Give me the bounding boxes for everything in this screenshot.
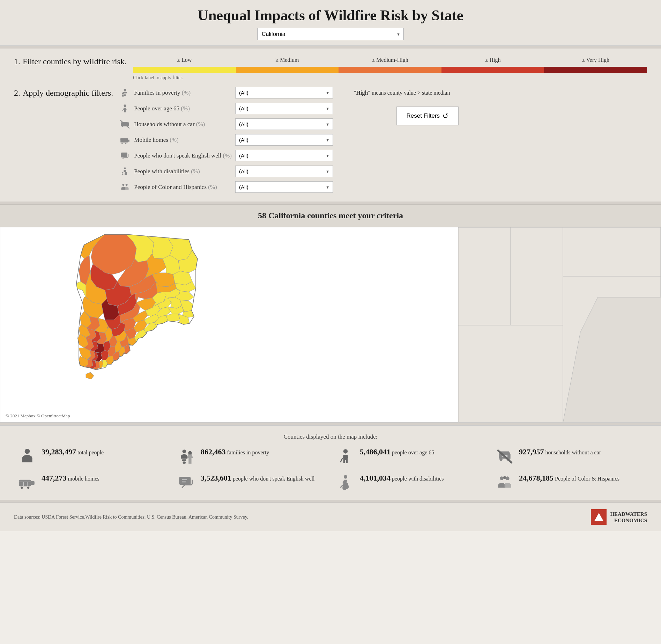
no-car-stat-value: 927,957 [519,447,544,456]
svg-point-129 [500,476,503,480]
map-container: © 2021 Mapbox © OpenStreetMap [0,227,661,423]
total-people-label: total people [77,449,104,455]
poverty-icon [119,87,131,98]
poverty-select[interactable]: (All)HighVery High [235,87,333,98]
age65-label: People over age 65 (%) [134,105,232,112]
no-car-icon [119,119,131,130]
svg-marker-132 [594,513,603,521]
poc-stat-icon [495,473,514,492]
main-container: Unequal Impacts of Wildfire Risk by Stat… [0,0,661,531]
svg-rect-14 [121,152,128,157]
brand: HEADWATERS ECONOMICS [591,509,647,525]
risk-filter-content: ≥ Low ≥ Medium ≥ Medium-High ≥ High ≥ Ve… [133,56,647,81]
svg-point-11 [121,142,123,144]
risk-bar-medium [236,67,339,73]
reset-label: Reset Filters [407,112,440,119]
filter-section: 1. Filter counties by wildfire risk. ≥ L… [0,49,661,202]
map-header: 58 California counties meet your criteri… [0,204,661,227]
no-car-select-wrapper: (All)HighVery High [235,118,333,130]
families-poverty-value: 862,463 [201,447,226,456]
demo-filter-no-english: People who don't speak English well (%) … [119,150,333,161]
demo-filter-row: 2. Apply demographic filters. Families i… [14,87,647,193]
demo-right: "High" means county value > state median… [354,87,459,125]
total-people-value: 39,283,497 [42,447,76,456]
california-map [63,231,210,417]
stat-poc: 24,678,185 People of Color & Hispanics [495,473,644,492]
brand-name: HEADWATERS ECONOMICS [610,511,647,524]
neighboring-states [458,227,661,423]
risk-label-high[interactable]: ≥ High [441,56,544,65]
no-english-stat-value: 3,523,601 [201,474,231,482]
disabilities-stat-label: people with disabilities [392,476,444,482]
svg-point-0 [124,89,126,91]
disability-icon [119,166,131,177]
map-section: 58 California counties meet your criteri… [0,204,661,423]
stat-families-poverty: 862,463 families in poverty [177,447,325,466]
disabilities-stat-text: 4,101,034 people with disabilities [360,473,444,484]
risk-label-very-high[interactable]: ≥ Very High [544,56,647,65]
demo-filter-poverty: Families in poverty (%) (All)HighVery Hi… [119,87,333,98]
reset-filters-button[interactable]: Reset Filters ↺ [396,107,459,125]
families-poverty-label: families in poverty [227,449,269,455]
poc-icon [119,182,131,193]
svg-point-19 [126,184,128,186]
poverty-stat-icon [177,447,196,466]
poc-select[interactable]: (All)HighVery High [235,181,333,193]
age65-select[interactable]: (All)HighVery High [235,103,333,114]
age65-select-wrapper: (All)HighVery High [235,103,333,114]
risk-label-medium-high[interactable]: ≥ Medium-High [339,56,441,65]
svg-point-109 [182,449,186,453]
disability-select-wrapper: (All)HighVery High [235,166,333,177]
age65-stat-icon [336,447,355,466]
no-english-stat-text: 3,523,601 people who don't speak English… [201,473,314,484]
svg-rect-10 [120,138,128,140]
svg-point-4 [124,104,126,107]
section-divider-1 [0,46,661,49]
mobile-home-select[interactable]: (All)HighVery High [235,134,333,146]
disability-select[interactable]: (All)HighVery High [235,166,333,177]
no-car-stat-label: households without a car [545,449,601,455]
demo-filters-main: Families in poverty (%) (All)HighVery Hi… [119,87,647,193]
total-people-text: 39,283,497 total people [42,447,104,458]
poc-select-wrapper: (All)HighVery High [235,181,333,193]
demo-note: "High" means county value > state median [354,90,450,96]
main-title: Unequal Impacts of Wildfire Risk by Stat… [14,7,647,24]
section-divider-3 [0,423,661,425]
svg-rect-118 [19,480,31,486]
no-car-stat-icon [495,447,514,466]
state-select[interactable]: California Oregon Washington Colorado Te… [257,28,404,40]
poverty-label: Families in poverty (%) [134,89,232,96]
svg-point-17 [124,167,126,169]
svg-point-18 [122,184,125,186]
no-english-select[interactable]: (All)HighVery High [235,150,333,161]
risk-label-low[interactable]: ≥ Low [133,56,236,65]
no-english-label: People who don't speak English well (%) [134,152,232,159]
svg-point-112 [188,451,192,454]
families-poverty-text: 862,463 families in poverty [201,447,269,458]
svg-point-121 [27,486,29,489]
state-select-wrapper: California Oregon Washington Colorado Te… [257,28,404,40]
mobile-home-label: Mobile homes (%) [134,137,232,144]
svg-rect-119 [31,481,34,484]
mobile-homes-stat-label: mobile homes [68,476,99,482]
age65-stat-label: people over age 65 [392,449,434,455]
demo-filter-age65: People over age 65 (%) (All)HighVery Hig… [119,103,333,114]
section-divider-2 [0,202,661,204]
risk-bar-medium-high [339,67,441,73]
risk-label-medium[interactable]: ≥ Medium [236,56,339,65]
risk-bar-high [441,67,544,73]
brand-logo [591,509,607,525]
svg-rect-110 [182,459,186,461]
neighboring-states-svg [458,227,661,423]
header-section: Unequal Impacts of Wildfire Risk by Stat… [0,0,661,46]
click-label: Click label to apply filter. [133,75,647,81]
svg-point-114 [499,458,502,461]
state-select-container: California Oregon Washington Colorado Te… [257,28,404,40]
no-english-icon [119,150,131,161]
svg-point-3 [122,92,124,94]
svg-point-113 [343,449,348,454]
no-car-select[interactable]: (All)HighVery High [235,118,333,130]
disability-label: People with disabilities (%) [134,168,232,175]
mobile-home-stat-icon [17,473,37,492]
svg-rect-111 [183,461,185,463]
